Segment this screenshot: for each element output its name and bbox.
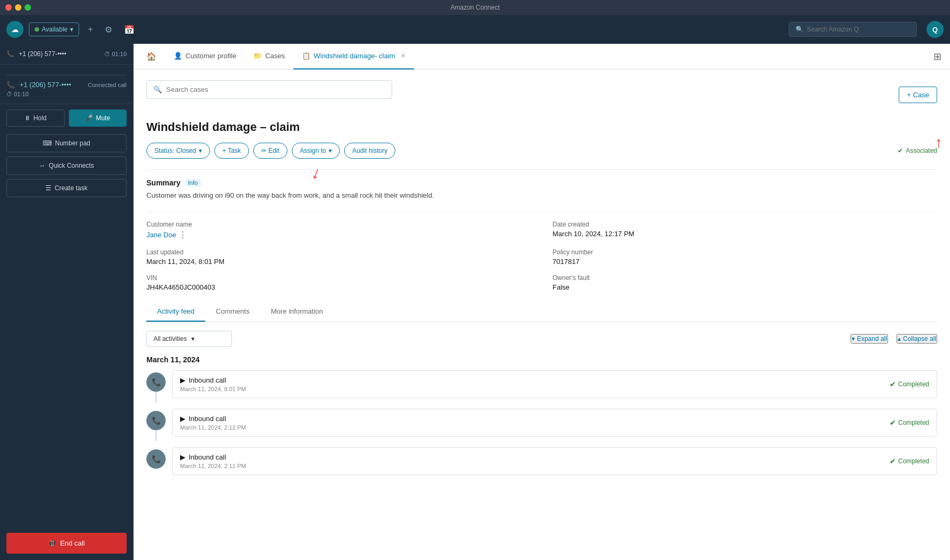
tab-comments[interactable]: Comments — [205, 302, 260, 322]
expand-all-button[interactable]: ▾ Expand all — [851, 334, 888, 344]
activity-item-2: 📞 ▶ Inbound call March 11, 2024, 2:12 PM… — [146, 409, 937, 441]
hold-button[interactable]: ⏸ Hold — [6, 110, 65, 127]
activity-status-2: ✔ Completed — [890, 418, 929, 427]
activity-filter-row: All activities ▾ ▾ Expand all ▴ Collapse… — [146, 331, 937, 347]
edit-label: ✏ Edit — [261, 147, 279, 154]
detail-vin: VIN JH4KA4650JC000403 — [146, 274, 531, 291]
add-button[interactable]: + — [84, 21, 96, 37]
activity-content-2[interactable]: ▶ Inbound call March 11, 2024, 2:12 PM ✔… — [172, 409, 937, 437]
minimize-dot[interactable] — [15, 4, 21, 11]
active-timer-value: 01:10 — [14, 91, 29, 97]
expand-arrow-3: ▶ — [180, 453, 185, 461]
right-panel: 🏠 👤 Customer profile 📁 Cases 📋 Windshiel… — [134, 44, 950, 560]
create-task-button[interactable]: ☰ Create task — [6, 179, 127, 197]
global-search-input[interactable] — [807, 26, 903, 33]
edit-button[interactable]: ✏ Edit — [253, 143, 287, 159]
search-icon-cases: 🔍 — [153, 85, 162, 94]
activity-content-3[interactable]: ▶ Inbound call March 11, 2024, 2:11 PM ✔… — [172, 447, 937, 475]
calendar-button[interactable]: 📅 — [121, 21, 138, 38]
new-case-label: + Case — [907, 91, 929, 99]
call-controls: ⏸ Hold 🎤 Mute — [0, 104, 133, 132]
divider-1 — [146, 169, 937, 170]
call-timer: ⏱ 01:10 — [104, 51, 127, 57]
status-button[interactable]: Available ▾ — [29, 22, 79, 36]
date-created-label: Date created — [552, 221, 937, 228]
task-icon: ☰ — [45, 184, 51, 192]
number-pad-label: Number pad — [55, 139, 90, 147]
q-button[interactable]: Q — [926, 21, 944, 38]
window-controls — [5, 4, 31, 11]
end-call-button[interactable]: 📵 End call — [6, 533, 127, 554]
activity-date-3: March 11, 2024, 2:11 PM — [180, 463, 246, 469]
active-call-section: 📞 +1 (206) 577-•••• Connected call ⏱ 01:… — [0, 65, 133, 104]
more-info-label: More information — [271, 307, 323, 315]
person-icon: 👤 — [174, 52, 182, 60]
clipboard-icon: 📋 — [302, 52, 310, 60]
number-pad-button[interactable]: ⌨ Number pad — [6, 134, 127, 152]
activity-feed-label: Activity feed — [157, 307, 194, 315]
status-label-1: Completed — [898, 380, 929, 388]
cases-search-bar[interactable]: 🔍 — [146, 80, 392, 99]
maximize-dot[interactable] — [25, 4, 31, 11]
assign-button[interactable]: Assign to ▾ — [292, 143, 340, 159]
expand-arrow-1: ▶ — [180, 376, 185, 384]
filter-chevron-icon: ▾ — [191, 335, 194, 343]
vin-value: JH4KA4650JC000403 — [146, 283, 531, 291]
summary-text: Customer was driving on i90 on the way b… — [146, 190, 937, 201]
settings-button[interactable]: ⚙ — [102, 21, 115, 38]
assign-dropdown-icon: ▾ — [329, 147, 332, 154]
audit-history-button[interactable]: Audit history — [344, 143, 395, 159]
divider-2 — [146, 212, 937, 212]
task-button[interactable]: + Task — [214, 143, 249, 159]
status-indicator — [35, 27, 39, 32]
search-icon: 🔍 — [796, 26, 804, 33]
tab-windshield-damage[interactable]: 📋 Windshield damage- claim ✕ — [293, 44, 414, 69]
close-dot[interactable] — [5, 4, 12, 11]
activity-date-1: March 11, 2024, 8:01 PM — [180, 386, 246, 392]
customer-name-value[interactable]: Jane Doe ⋮ — [146, 230, 531, 240]
grid-view-icon[interactable]: ⊞ — [933, 51, 941, 63]
more-options-icon[interactable]: ⋮ — [178, 230, 187, 240]
tab-activity-feed[interactable]: Activity feed — [146, 302, 205, 322]
quick-connect-icon: ↔ — [39, 162, 45, 169]
activity-status-1: ✔ Completed — [890, 380, 929, 388]
window-title: Amazon Connect — [450, 4, 500, 11]
content-area: 🔍 + Case Windshield damage – claim Statu… — [134, 69, 950, 560]
last-updated-value: March 11, 2024, 8:01 PM — [146, 258, 531, 266]
activity-content-1[interactable]: ▶ Inbound call March 11, 2024, 8:01 PM ✔… — [172, 370, 937, 398]
tab-cases[interactable]: 📁 Cases — [245, 44, 293, 69]
tab-cases-label: Cases — [265, 52, 285, 60]
activity-filter-dropdown[interactable]: All activities ▾ — [146, 331, 232, 347]
comments-label: Comments — [216, 307, 250, 315]
chevron-down-icon: ▾ — [70, 26, 73, 33]
left-panel: 📞 +1 (206) 577-•••• ⏱ 01:10 📞 +1 (206) 5… — [0, 44, 134, 560]
connected-label: Connected call — [88, 82, 127, 88]
status-button-case[interactable]: Status: Closed ▾ — [146, 143, 210, 159]
cases-search-input[interactable] — [166, 85, 385, 94]
tab-customer-profile[interactable]: 👤 Customer profile — [165, 44, 245, 69]
tab-more-information[interactable]: More information — [260, 302, 334, 322]
new-case-button[interactable]: + Case — [899, 87, 937, 103]
create-task-label: Create task — [54, 184, 87, 192]
owners-fault-value: False — [552, 283, 937, 291]
global-search[interactable]: 🔍 — [789, 22, 917, 37]
collapse-icon: ▴ — [898, 335, 901, 343]
active-call-row: 📞 +1 (206) 577-•••• Connected call — [6, 81, 127, 89]
check-icon-2: ✔ — [890, 418, 896, 427]
activity-title-2: ▶ Inbound call — [180, 415, 246, 423]
status-label-2: Completed — [898, 419, 929, 426]
tab-close-icon[interactable]: ✕ — [401, 52, 406, 59]
owners-fault-label: Owner's fault — [552, 274, 937, 282]
clock-icon: ⏱ — [104, 51, 110, 57]
summary-section: Summary Info Customer was driving on i90… — [146, 178, 937, 201]
quick-connects-button[interactable]: ↔ Quick Connects — [6, 157, 127, 175]
end-call-label: End call — [60, 539, 84, 547]
case-title: Windshield damage – claim — [146, 120, 937, 134]
mute-button[interactable]: 🎤 Mute — [69, 110, 127, 127]
details-grid: Customer name Jane Doe ⋮ Date created Ma… — [146, 221, 937, 291]
mic-icon: 🎤 — [85, 114, 93, 122]
collapse-all-button[interactable]: ▴ Collapse all — [897, 334, 937, 344]
home-tab[interactable]: 🏠 — [142, 52, 161, 61]
titlebar: Amazon Connect — [0, 0, 950, 15]
dropdown-arrow-icon: ▾ — [199, 147, 202, 154]
